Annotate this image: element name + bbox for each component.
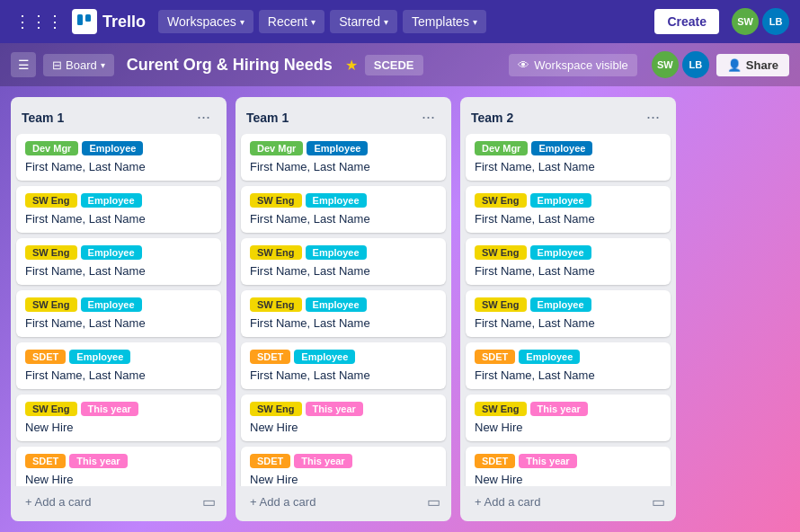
card-1-4[interactable]: SDETEmployeeFirst Name, Last Name (241, 342, 446, 389)
avatar-group: SW LB (732, 8, 789, 35)
eye-icon: 👁 (518, 58, 529, 72)
share-button[interactable]: 👤 Share (716, 54, 789, 76)
list-title-2: Team 2 (471, 111, 513, 125)
list-menu-button-2[interactable]: ··· (641, 106, 665, 129)
trello-logo: Trello (72, 9, 146, 34)
card-0-2[interactable]: SW EngEmployeeFirst Name, Last Name (16, 238, 221, 285)
starred-button[interactable]: Starred ▾ (330, 10, 397, 33)
chevron-down-icon: ▾ (101, 60, 105, 70)
label-1-3-1: Employee (306, 297, 367, 312)
list-footer-2: + Add a card▭ (460, 486, 676, 521)
card-labels-0-2: SW EngEmployee (25, 245, 212, 260)
label-1-4-0: SDET (250, 350, 290, 364)
template-icon-button-1[interactable]: ▭ (423, 490, 444, 514)
card-2-3[interactable]: SW EngEmployeeFirst Name, Last Name (466, 290, 671, 337)
label-1-0-1: Employee (307, 141, 368, 155)
list-header-0: Team 1··· (11, 97, 227, 134)
trello-logo-text: Trello (102, 13, 146, 31)
star-icon[interactable]: ★ (345, 57, 358, 74)
navbar: ⋮⋮⋮ Trello Workspaces ▾ Recent ▾ Starred… (0, 0, 800, 43)
card-labels-1-4: SDETEmployee (250, 350, 437, 364)
avatar-lb[interactable]: LB (762, 8, 789, 35)
create-button[interactable]: Create (654, 9, 719, 34)
card-2-2[interactable]: SW EngEmployeeFirst Name, Last Name (466, 238, 671, 285)
label-2-2-0: SW Eng (475, 245, 527, 260)
label-0-0-0: Dev Mgr (25, 141, 78, 155)
recent-button[interactable]: Recent ▾ (259, 10, 324, 33)
card-labels-0-6: SDETThis year (25, 454, 212, 468)
card-name-2-0: First Name, Last Name (475, 160, 662, 173)
card-2-4[interactable]: SDETEmployeeFirst Name, Last Name (466, 342, 671, 389)
add-card-button-2[interactable]: + Add a card (467, 490, 648, 514)
board-content: Team 1···Dev MgrEmployeeFirst Name, Last… (0, 86, 800, 532)
card-1-1[interactable]: SW EngEmployeeFirst Name, Last Name (241, 186, 446, 233)
label-0-3-0: SW Eng (25, 297, 77, 312)
card-name-1-0: First Name, Last Name (250, 160, 437, 173)
card-name-0-1: First Name, Last Name (25, 212, 212, 226)
card-2-0[interactable]: Dev MgrEmployeeFirst Name, Last Name (466, 134, 671, 181)
sidebar-toggle-button[interactable]: ☰ (11, 52, 36, 77)
avatar-sw[interactable]: SW (732, 8, 759, 35)
list-title-1: Team 1 (246, 111, 289, 125)
card-1-2[interactable]: SW EngEmployeeFirst Name, Last Name (241, 238, 446, 285)
card-labels-1-5: SW EngThis year (250, 402, 437, 416)
board-icon: ⊟ (52, 58, 62, 72)
card-2-1[interactable]: SW EngEmployeeFirst Name, Last Name (466, 186, 671, 233)
list-footer-1: + Add a card▭ (236, 486, 451, 521)
card-labels-1-3: SW EngEmployee (250, 297, 437, 312)
list-menu-button-0[interactable]: ··· (191, 106, 216, 129)
card-0-4[interactable]: SDETEmployeeFirst Name, Last Name (16, 342, 221, 389)
label-1-6-0: SDET (250, 454, 290, 468)
card-0-1[interactable]: SW EngEmployeeFirst Name, Last Name (16, 186, 221, 233)
board-view-button[interactable]: ⊟ Board ▾ (43, 54, 114, 76)
label-2-3-0: SW Eng (475, 297, 527, 312)
card-name-0-5: New Hire (25, 421, 212, 434)
label-1-1-0: SW Eng (250, 193, 302, 208)
card-0-3[interactable]: SW EngEmployeeFirst Name, Last Name (16, 290, 221, 337)
card-0-6[interactable]: SDETThis yearNew Hire (16, 447, 221, 486)
label-1-2-1: Employee (306, 245, 367, 260)
card-1-0[interactable]: Dev MgrEmployeeFirst Name, Last Name (241, 134, 446, 181)
template-icon-button-0[interactable]: ▭ (199, 490, 219, 514)
card-name-1-4: First Name, Last Name (250, 368, 437, 382)
chevron-down-icon: ▾ (384, 17, 388, 27)
board-avatar-lb[interactable]: LB (682, 51, 709, 78)
card-1-5[interactable]: SW EngThis yearNew Hire (241, 395, 446, 441)
label-0-1-0: SW Eng (25, 193, 77, 208)
card-name-0-3: First Name, Last Name (25, 316, 212, 330)
list-menu-button-1[interactable]: ··· (416, 106, 440, 129)
card-labels-0-3: SW EngEmployee (25, 297, 212, 312)
list-header-1: Team 1··· (236, 97, 451, 134)
label-2-6-0: SDET (475, 454, 515, 468)
cards-container-2: Dev MgrEmployeeFirst Name, Last NameSW E… (460, 134, 676, 486)
templates-button[interactable]: Templates ▾ (403, 10, 486, 33)
template-icon-button-2[interactable]: ▭ (648, 490, 669, 514)
list-list1: Team 1···Dev MgrEmployeeFirst Name, Last… (11, 97, 227, 521)
card-1-3[interactable]: SW EngEmployeeFirst Name, Last Name (241, 290, 446, 337)
add-card-button-1[interactable]: + Add a card (243, 490, 423, 514)
label-1-2-0: SW Eng (250, 245, 302, 260)
label-1-5-0: SW Eng (250, 402, 302, 416)
card-labels-0-1: SW EngEmployee (25, 193, 212, 208)
card-0-0[interactable]: Dev MgrEmployeeFirst Name, Last Name (16, 134, 221, 181)
card-name-2-3: First Name, Last Name (475, 316, 662, 330)
workspace-visible-button[interactable]: 👁 Workspace visible (509, 54, 637, 76)
chevron-down-icon: ▾ (240, 17, 244, 27)
card-labels-0-4: SDETEmployee (25, 350, 212, 364)
board-tag: SCEDE (365, 55, 423, 75)
label-1-3-0: SW Eng (250, 297, 302, 312)
svg-rect-1 (85, 14, 91, 22)
cards-container-1: Dev MgrEmployeeFirst Name, Last NameSW E… (236, 134, 451, 486)
card-1-6[interactable]: SDETThis yearNew Hire (241, 447, 446, 486)
label-2-2-1: Employee (530, 245, 591, 260)
card-name-0-6: New Hire (25, 473, 212, 486)
card-2-6[interactable]: SDETThis yearNew Hire (466, 447, 671, 486)
card-labels-2-3: SW EngEmployee (475, 297, 662, 312)
cards-container-0: Dev MgrEmployeeFirst Name, Last NameSW E… (11, 134, 227, 486)
card-2-5[interactable]: SW EngThis yearNew Hire (466, 395, 671, 441)
workspaces-button[interactable]: Workspaces ▾ (158, 10, 253, 33)
board-avatar-sw[interactable]: SW (652, 51, 679, 78)
card-0-5[interactable]: SW EngThis yearNew Hire (16, 395, 221, 441)
grid-icon[interactable]: ⋮⋮⋮ (11, 8, 67, 35)
add-card-button-0[interactable]: + Add a card (18, 490, 199, 514)
